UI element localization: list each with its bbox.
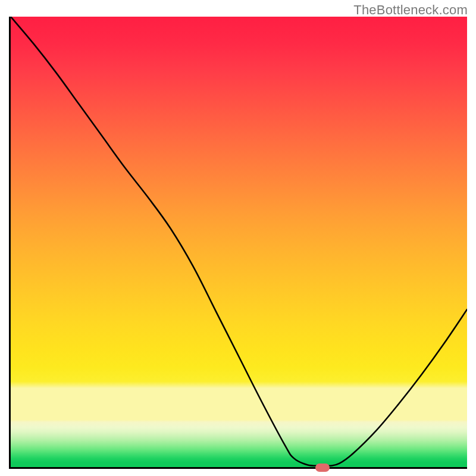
chart-container: TheBottleneck.com (0, 0, 476, 476)
plot-area (9, 17, 467, 469)
optimum-marker (315, 464, 330, 472)
watermark-text: TheBottleneck.com (353, 2, 468, 18)
curve-path (11, 17, 467, 466)
curve-svg (11, 17, 467, 467)
